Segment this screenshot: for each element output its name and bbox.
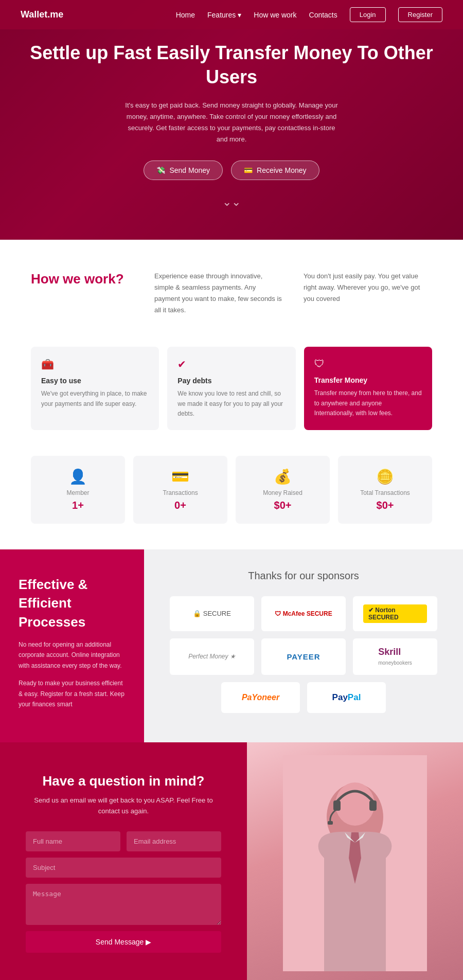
nav-home[interactable]: Home [176,11,195,19]
skrill-label: Skrill moneybookers [378,647,412,667]
debts-title: Pay debts [177,377,285,385]
contact-person-image [247,742,463,980]
feature-cards-section: 🧰 Easy to use We've got everything in pl… [0,336,463,451]
contact-title: Have a question in mind? [26,773,221,789]
effective-desc2: Ready to make your business efficient & … [19,678,126,709]
register-button[interactable]: Register [398,7,442,22]
stat-total-transactions: 🪙 Total Transactions $0+ [338,456,432,524]
message-textarea[interactable] [26,884,221,925]
receive-money-button[interactable]: 💳 Receive Money [231,161,319,180]
navbar: Wallet.me Home Features ▾ How we work Co… [0,0,463,29]
stat-money-raised: 💰 Money Raised $0+ [236,456,330,524]
effective-left: Effective & Efficient Processes No need … [0,549,144,743]
sponsor-skrill: Skrill moneybookers [353,638,437,675]
member-value: 1+ [39,500,117,511]
how-we-work-section: How we work? Experience ease through inn… [0,240,463,336]
member-icon: 👤 [39,468,117,485]
transactions-icon: 💳 [141,468,219,485]
payoneer-label: PaYoneer [242,693,279,702]
transfer-icon: 🛡 [314,358,422,370]
norton-label: ✔ Norton SECURED [363,604,427,623]
easy-desc: We've got everything in place, to make y… [41,389,149,408]
how-we-work-desc2: You don't just easily pay. You get value… [304,271,432,305]
how-we-work-desc1: Experience ease through innovative, simp… [154,271,283,316]
sponsors-bottom: PaYoneer PayPal [221,682,386,713]
feature-card-transfer: 🛡 Transfer Money Transfer money from her… [304,347,432,430]
perfect-money-label: Perfect Money ★ [188,653,236,660]
hero-buttons: 💸 Send Money 💳 Receive Money [21,161,442,180]
feature-card-debts: ✔ Pay debts We know you love to rest and… [167,347,295,430]
hero-content: Settle up Fast Easily Transfer Money To … [21,41,442,209]
sponsor-secure: 🔒 SECURE [170,596,254,631]
debts-icon: ✔ [177,358,285,370]
feature-card-easy: 🧰 Easy to use We've got everything in pl… [31,347,159,430]
debts-desc: We know you love to rest and chill, so w… [177,389,285,419]
contact-description: Send us an email we will get back to you… [26,795,221,817]
scroll-down-icon[interactable]: ⌄⌄ [21,195,442,209]
paypal-label: PayPal [332,692,361,703]
effective-right: Thanks for our sponsors 🔒 SECURE 🛡 McAfe… [144,549,463,743]
chevron-down-icon: ▾ [238,11,241,19]
subject-input[interactable] [26,858,221,878]
hero-description: It's easy to get paid back. Send money s… [123,100,340,145]
svg-rect-5 [328,821,333,825]
how-we-work-title: How we work? [31,271,134,288]
contact-form: Send Message ▶ [26,831,221,953]
send-money-label: Send Money [169,166,210,174]
effective-title: Effective & Efficient Processes [19,575,126,631]
how-we-work-inner: How we work? Experience ease through inn… [31,271,432,316]
money-raised-label: Money Raised [244,489,322,496]
member-label: Member [39,489,117,496]
effective-section: Effective & Efficient Processes No need … [0,549,463,743]
transactions-value: 0+ [141,500,219,511]
email-input[interactable] [127,831,221,851]
svg-rect-4 [369,800,377,811]
total-transactions-label: Total Transactions [346,489,424,496]
contact-section: Have a question in mind? Send us an emai… [0,742,463,980]
receive-icon: 💳 [244,166,253,174]
stat-transactions: 💳 Transactions 0+ [133,456,227,524]
login-button[interactable]: Login [350,7,386,22]
svg-point-2 [335,782,375,826]
total-transactions-value: $0+ [346,500,424,511]
sponsor-mcafee: 🛡 McAfee SECURE [261,596,346,631]
nav-how-we-work[interactable]: How we work [254,11,296,19]
receive-money-label: Receive Money [257,166,307,174]
nav-contacts[interactable]: Contacts [309,11,337,19]
hero-title: Settle up Fast Easily Transfer Money To … [21,41,442,90]
person-svg [283,755,427,971]
easy-icon: 🧰 [41,358,149,370]
stat-member: 👤 Member 1+ [31,456,125,524]
fullname-input[interactable] [26,831,120,851]
total-transactions-icon: 🪙 [346,468,424,485]
sponsor-perfect-money: Perfect Money ★ [170,638,254,675]
nav-features[interactable]: Features ▾ [207,11,241,19]
transactions-label: Transactions [141,489,219,496]
effective-desc1: No need for opening an additional corpor… [19,639,126,671]
money-raised-value: $0+ [244,500,322,511]
send-message-button[interactable]: Send Message ▶ [26,931,221,953]
easy-title: Easy to use [41,377,149,385]
mcafee-label: 🛡 McAfee SECURE [275,610,332,617]
sponsors-grid: 🔒 SECURE 🛡 McAfee SECURE ✔ Norton SECURE… [170,596,437,675]
brand: Wallet.me [21,9,63,20]
money-raised-icon: 💰 [244,468,322,485]
sponsor-norton: ✔ Norton SECURED [353,596,437,631]
nav-links: Home Features ▾ How we work Contacts Log… [176,7,442,22]
transfer-title: Transfer Money [314,376,422,384]
stats-section: 👤 Member 1+ 💳 Transactions 0+ 💰 Money Ra… [0,451,463,549]
sponsor-paypal: PayPal [307,682,386,713]
secure-label: 🔒 SECURE [193,610,231,617]
hero-section: Settle up Fast Easily Transfer Money To … [0,0,463,240]
contact-name-email-row [26,831,221,851]
sponsors-title: Thanks for our sponsors [170,570,437,582]
sponsor-payoneer: PaYoneer [221,682,300,713]
contact-image-area [247,742,463,980]
contact-form-area: Have a question in mind? Send us an emai… [0,742,247,980]
send-icon: 💸 [156,166,165,174]
send-money-button[interactable]: 💸 Send Money [144,161,223,180]
payeer-label: PAYEER [287,652,320,661]
transfer-desc: Transfer money from here to there, and t… [314,388,422,418]
sponsor-payeer: PAYEER [261,638,346,675]
